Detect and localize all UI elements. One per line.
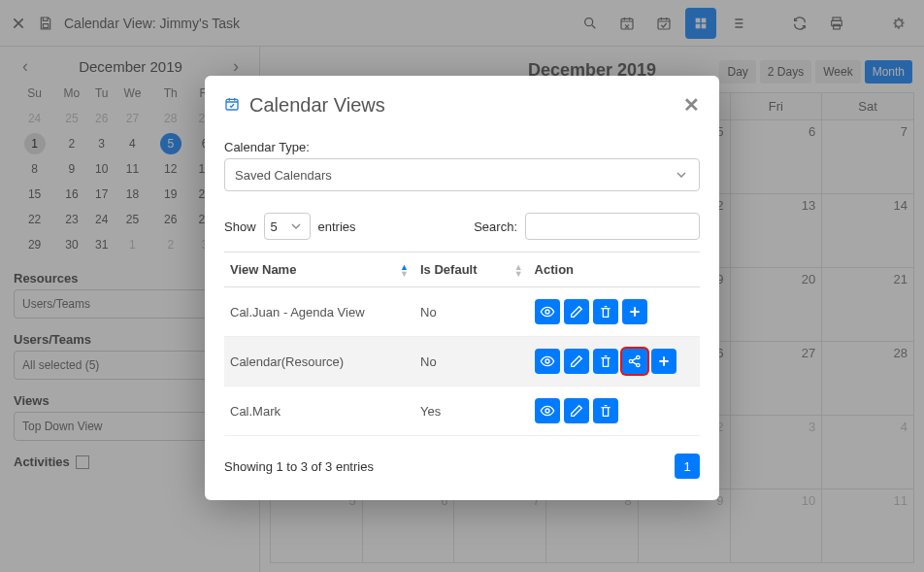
svg-point-12 [545, 359, 549, 363]
view-name-cell: Cal.Mark [224, 387, 414, 436]
calendar-views-modal: Calendar Views ✕ Calendar Type: Saved Ca… [205, 76, 719, 500]
add-button[interactable] [651, 349, 676, 374]
modal-overlay: Calendar Views ✕ Calendar Type: Saved Ca… [0, 0, 924, 572]
del-button[interactable] [593, 299, 618, 324]
table-row: Cal.MarkYes [224, 387, 700, 436]
view-button[interactable] [535, 349, 560, 374]
view-button[interactable] [535, 398, 560, 423]
edit-button[interactable] [564, 299, 589, 324]
svg-point-11 [545, 310, 549, 314]
is-default-cell: No [414, 337, 529, 387]
del-button[interactable] [593, 398, 618, 423]
table-info: Showing 1 to 3 of 3 entries [224, 459, 374, 474]
show-label: Show [224, 219, 256, 234]
is-default-cell: No [414, 287, 529, 337]
calendar-type-label: Calendar Type: [224, 140, 700, 154]
del-button[interactable] [593, 349, 618, 374]
calendar-icon [224, 96, 240, 115]
modal-close-button[interactable]: ✕ [683, 93, 700, 117]
search-input[interactable] [525, 213, 700, 240]
add-button[interactable] [622, 299, 647, 324]
view-name-cell: Cal.Juan - Agenda View [224, 287, 414, 337]
svg-rect-10 [226, 99, 238, 110]
view-name-cell: Calendar(Resource) [224, 337, 414, 387]
svg-point-16 [545, 409, 549, 413]
edit-button[interactable] [564, 398, 589, 423]
table-row: Cal.Juan - Agenda ViewNo [224, 287, 700, 337]
modal-title: Calendar Views [249, 94, 385, 117]
view-button[interactable] [535, 299, 560, 324]
edit-button[interactable] [564, 349, 589, 374]
page-1-button[interactable]: 1 [675, 454, 700, 479]
table-row: Calendar(Resource)No [224, 337, 700, 387]
calendar-type-select[interactable]: Saved Calendars [224, 158, 700, 191]
entries-label: entries [318, 219, 356, 234]
search-label: Search: [474, 219, 517, 234]
views-table: View Name▲▼ Is Default▲▼ Action Cal.Juan… [224, 252, 700, 436]
is-default-cell: Yes [414, 387, 529, 436]
entries-select[interactable]: 5 [264, 213, 311, 240]
share-button[interactable] [622, 349, 647, 374]
